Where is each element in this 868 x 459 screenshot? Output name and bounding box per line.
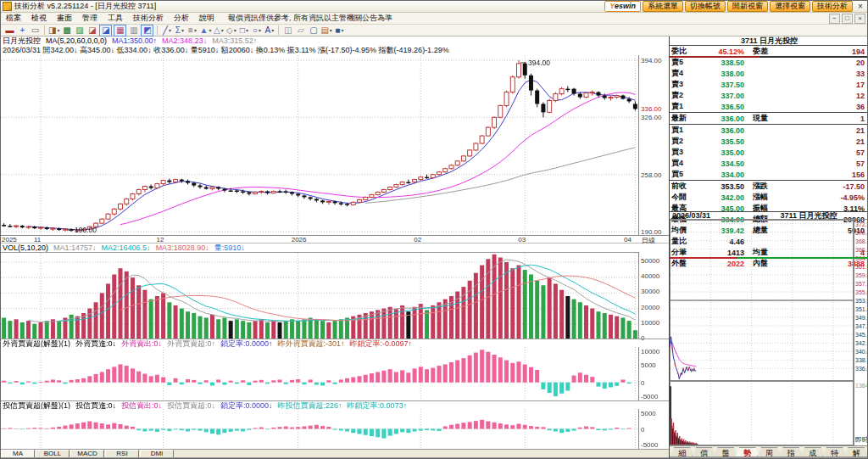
quote-label: 賣3 [671,79,697,90]
toolbar-icon-0[interactable]: ▬ [4,25,15,36]
toolbar-icon-10[interactable]: ◩ [141,25,153,36]
quote-tab-周[interactable]: 周 [757,447,782,457]
quote-row-買1[interactable]: 買1336.0021 [670,124,868,136]
quote-date: 2026/03/31 [670,212,748,219]
toolbar-icon-12[interactable]: Σ▾ [174,25,185,36]
tool-glyph-icon: A [265,25,271,36]
quote-value: 338.00 [697,70,753,78]
menu-item-工具[interactable]: 工具 [103,14,128,22]
window-buttons: Yeswin 系統選單 切換帳號 開新視窗 選擇視窗 技術分析 × [604,1,866,12]
toolbar-icon-5[interactable]: ▨ [74,25,85,36]
system-menu-button[interactable]: 系統選單 [643,1,683,12]
menu-item-畫面[interactable]: 畫面 [52,14,77,22]
toolbar-icon-1[interactable]: + [17,25,28,36]
quote-label: 賣1 [671,101,697,112]
quote-row-買3[interactable]: 買3335.0057 [670,147,868,158]
tool-glyph-icon: ◫ [284,25,292,36]
quote-tab-特[interactable]: 特 [822,447,848,457]
toolbar-icon-6[interactable]: ◪ [86,25,97,36]
toolbar-icon-2[interactable]: ▭ [30,25,41,36]
menu-item-管理[interactable]: 管理 [77,14,103,22]
quote-row-賣4[interactable]: 賣4338.0033 [670,68,868,79]
chevron-down-icon: ▾ [221,25,224,36]
intraday-tick: 368.3 [855,238,868,244]
menu-item-說明[interactable]: 說明 [194,14,220,22]
quote-row-賣2[interactable]: 賣2337.0012 [670,90,868,101]
toolbar-icon-15[interactable]: △▾ [213,25,224,36]
quote-tab-價[interactable]: 價 [692,447,717,457]
menu-item-檔案[interactable]: 檔案 [1,14,26,22]
month-label-03: 03 [518,236,526,243]
foreign-net-chart[interactable] [1,347,638,400]
app-icon [3,2,12,11]
candlestick-chart[interactable] [1,55,638,235]
quote-row-賣1[interactable]: 賣1336.5036 [670,101,868,112]
toolbar-icon-18[interactable]: ○▾ [251,25,262,36]
tool-glyph-icon: ○ [253,25,258,36]
toolbar-icon-4[interactable]: ▩ [61,25,72,36]
price-axis: 394.00326.00258.00190.00336.00 [638,55,669,235]
quote-tab-成[interactable]: 成 [800,447,826,457]
quote-tab-指[interactable]: 指 [778,447,804,457]
quote-row-賣5[interactable]: 賣5338.5020 [670,57,868,68]
header-segment: 鎖定率:0.0000↑ [220,339,273,347]
chevron-down-icon: ▾ [259,25,261,36]
header-segment: VOL(5,10,20) [3,243,48,252]
new-window-button[interactable]: 開新視窗 [727,1,768,12]
header-segment: 日月光投控 [3,36,41,45]
quote-row-賣3[interactable]: 賣3337.5017 [670,79,868,90]
toolbar-icon-8[interactable]: ▦ [114,25,126,36]
toolbar-icon-14[interactable]: ▲▾ [199,25,211,36]
tech-analysis-button[interactable]: 技術分析 [812,1,853,12]
tool-glyph-icon: △ [214,25,220,36]
quote-label2: 漲幅 [753,192,797,203]
volume-header: VOL(5,10,20)MA1:14757↓MA2:16406.5↓MA3:18… [1,243,670,252]
quote-label: 買2 [671,136,697,147]
toolbar-icon-22[interactable]: ▢ [308,25,319,36]
select-window-button[interactable]: 選擇視窗 [770,1,810,12]
quote-value2: 17 [797,81,867,89]
switch-account-button[interactable]: 切換帳號 [685,1,726,12]
toolbar-icon-7[interactable]: ◪ [99,25,112,36]
quote-row-買5[interactable]: 買5334.00156 [670,169,868,180]
quote-row-買4[interactable]: 買4334.5057 [670,158,868,169]
quote-label2: 漲跌 [753,181,797,192]
quote-row-委比[interactable]: 委比45.12%委差194 [670,46,868,57]
menu-item-分析[interactable]: 分析 [169,14,194,22]
quote-tab-勢[interactable]: 勢 [735,447,760,457]
intraday-chart[interactable] [670,220,854,445]
quote-tab-解[interactable]: 解 [843,447,868,457]
toolbar-icon-3[interactable]: ◨▾ [48,25,59,36]
quote-label: 買3 [671,147,697,158]
toolbar-icon-17[interactable]: □▾ [238,25,249,36]
toolbar-icon-21[interactable]: ▱ [295,25,306,36]
close-icon[interactable]: × [854,2,866,11]
mdi-close-icon[interactable]: × [854,14,865,24]
menu-item-檢視[interactable]: 檢視 [26,14,52,22]
chevron-down-icon: ▾ [234,25,236,36]
header-segment: 投信賣出:0↓ [121,401,162,409]
toolbar-icon-16[interactable]: ◇▾ [225,25,236,36]
trust-net-chart[interactable] [1,409,638,449]
chevron-down-icon: ▾ [341,25,343,36]
tool-glyph-icon: ╱ [163,25,168,36]
quote-row-買2[interactable]: 買2335.5021 [670,136,868,147]
toolbar-icon-20[interactable]: ◫ [282,25,293,36]
quote-tab-細[interactable]: 細 [670,447,695,457]
quote-tab-盤[interactable]: 盤 [713,447,738,457]
mdi-minimize-icon[interactable]: − [829,14,840,24]
quote-value2: -17.50 [797,182,867,191]
toolbar-icon-23[interactable]: ▤▾ [320,25,331,36]
toolbar-icon-13[interactable]: ≡▾ [186,25,198,36]
menu-item-技術分析[interactable]: 技術分析 [128,14,169,22]
toolbar-icon-9[interactable]: ▥ [128,25,139,36]
quote-row-今開[interactable]: 今開342.00漲幅-4.95% [670,192,868,203]
brand-button[interactable]: Yeswin [604,1,641,12]
toolbar-icon-11[interactable]: ╱▾ [161,25,172,36]
volume-chart[interactable] [1,252,638,339]
toolbar-icon-19[interactable]: A▾ [264,25,275,36]
mdi-restore-icon[interactable]: □ [842,14,853,24]
toolbar-icon-24[interactable]: ■▾ [334,25,345,36]
quote-row-最新[interactable]: 最新336.00現量1 [670,112,868,124]
quote-row-前收[interactable]: 前收353.50漲跌-17.50 [670,180,868,192]
